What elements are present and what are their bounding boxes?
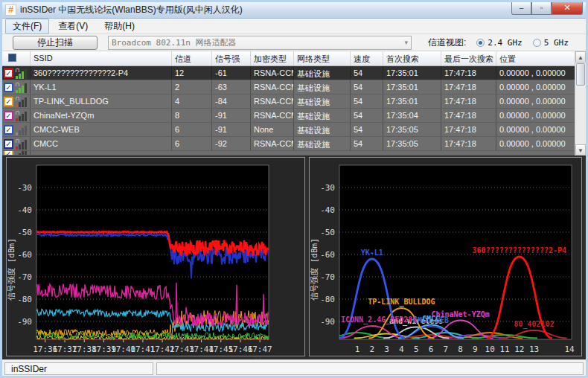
channel-view-label: 信道视图: <box>428 36 466 49</box>
row-checkbox[interactable]: ✓ <box>4 151 13 155</box>
column-header-position[interactable]: 位置 <box>496 51 579 65</box>
column-header-last_seen[interactable]: 最后一次搜索 <box>441 51 496 65</box>
menu-help[interactable]: 帮助(H) <box>97 19 142 34</box>
time-graph: -30-40-50-60-70-80-90信号强度 [dBm]17:3617:3… <box>7 158 304 356</box>
header-select-all[interactable] <box>2 51 31 65</box>
cell-first_seen: 17:35:01 <box>383 80 441 94</box>
row-checkbox[interactable]: ✓ <box>4 83 13 92</box>
cell-speed: 54 <box>351 94 383 108</box>
row-checkbox[interactable]: ✓ <box>4 139 13 149</box>
table-row[interactable]: ✓YK-L12-63RSNA-CCMP基础设施5417:35:0117:47:1… <box>2 80 586 94</box>
cell-network_type: 基础设施 <box>294 137 351 150</box>
cell-first_seen: 17:35:01 <box>383 94 441 108</box>
scroll-down-icon[interactable]: ▼ <box>575 144 586 156</box>
lock-icon <box>16 83 19 86</box>
cell-network_type: 基础设施 <box>294 80 351 94</box>
app-icon: # <box>5 4 16 16</box>
cell-channel: 4 <box>172 94 212 108</box>
y-tick-label: -40 <box>320 205 335 215</box>
cell-security: RSNA-CCMP <box>251 94 294 108</box>
column-header-security[interactable]: 加密类型 <box>251 51 294 65</box>
radio-24ghz[interactable]: 2.4 GHz <box>476 38 522 48</box>
row-checkbox[interactable]: ✓ <box>4 68 13 78</box>
column-header-rssi[interactable]: 信号强 <box>212 51 251 65</box>
dome-label-80_402102: 80_402102 <box>514 320 555 329</box>
scrollbar-thumb[interactable] <box>576 63 585 86</box>
column-header-ssid[interactable]: SSID <box>31 51 172 65</box>
channel-tick-label: 13 <box>529 345 539 354</box>
row-checkbox[interactable]: ✓ <box>4 97 13 106</box>
row-checkbox[interactable]: ✓ <box>4 125 13 135</box>
channel-tick-label: 7 <box>443 345 448 354</box>
cell-first_seen: 17:35:04 <box>383 109 441 122</box>
window-title: inSSIDer 中国无线论坛(WlanBBS)专用版(风中闲人汉化) <box>20 4 511 16</box>
minimize-button[interactable]: – <box>511 2 531 15</box>
radio-5ghz-label: 5 GHz <box>544 38 569 48</box>
menu-bar: 文件(F) 查看(V) 帮助(H) <box>2 19 586 34</box>
stop-scan-button[interactable]: 停止扫描 <box>13 36 98 50</box>
select-all-icon <box>8 54 16 62</box>
toolbar: 停止扫描 Broadcom 802.11n 网络适配器 ▾ 信道视图: 2.4 … <box>2 34 586 51</box>
scroll-up-icon[interactable]: ▲ <box>575 51 586 63</box>
close-button[interactable]: ✕ <box>552 2 583 15</box>
row-checkbox[interactable]: ✓ <box>4 111 13 121</box>
y-tick-label: -50 <box>17 228 32 237</box>
table-row[interactable]: ✓ChinaNet-YZQm8-91RSNA-CCMP基础设施5417:35:0… <box>2 109 586 123</box>
cell-ssid: 360??????????????2-P4 <box>31 66 172 80</box>
column-header-network_type[interactable]: 网络类型 <box>294 51 351 65</box>
channel-tick-label: 12 <box>514 345 524 354</box>
cell-rssi: -91 <box>212 123 251 136</box>
channel-tick-label: 5 <box>414 345 419 354</box>
y-tick-label: -70 <box>17 272 32 282</box>
charts-area: ########################################… <box>2 156 586 359</box>
table-row[interactable]: ✓CMCC-WEB6-91None基础设施5417:35:0517:47:180… <box>2 123 586 137</box>
column-header-first_seen[interactable]: 首次搜索 <box>383 51 441 65</box>
adapter-combobox-value: Broadcom 802.11n 网络适配器 <box>112 37 404 48</box>
signal-strength-icon <box>16 111 28 121</box>
status-bar: inSSIDer <box>2 359 586 377</box>
signal-strength-icon <box>16 83 28 93</box>
column-header-speed[interactable]: 速度 <box>351 51 383 65</box>
table-row[interactable]: ✓CMCC6-92RSNA-CCMP基础设施5417:35:0517:47:18… <box>2 137 586 151</box>
channel-tick-label: 1 <box>355 345 360 354</box>
y-tick-label: -30 <box>320 183 335 193</box>
channel-tick-label: 8 <box>458 345 463 354</box>
cell-first_seen: 17:35:01 <box>383 66 441 80</box>
cell-ssid: CMCC-WEB <box>31 123 172 136</box>
menu-file[interactable]: 文件(F) <box>5 19 49 34</box>
table-row[interactable]: ✓360??????????????2-P412-61RSNA-CCMP基础设施… <box>2 66 586 80</box>
cell-security: RSNA-CCMP <box>251 66 294 80</box>
cell-network_type: 基础设施 <box>294 66 351 80</box>
y-axis-label: 信号强度 [dBm] <box>7 238 16 301</box>
network-table: SSID信道信号强加密类型网络类型速度首次搜索最后一次搜索位置 ✓360????… <box>2 51 586 156</box>
cell-position: 0.00000 , 0.00000 <box>496 66 579 80</box>
status-text: inSSIDer <box>4 362 153 375</box>
table-header: SSID信道信号强加密类型网络类型速度首次搜索最后一次搜索位置 <box>2 51 586 66</box>
cell-channel: 2 <box>172 80 212 94</box>
table-row[interactable]: ✓TP-LINK_BULLDOG4-84RSNA-CCMP基础设施5417:35… <box>2 94 586 109</box>
maximize-button[interactable]: ▫ <box>531 2 552 15</box>
cell-last_seen: 17:47:18 <box>441 123 496 136</box>
channel-tick-label: 10 <box>485 345 495 354</box>
cell-last_seen: 17:47:18 <box>441 137 496 150</box>
column-header-channel[interactable]: 信道 <box>172 51 212 65</box>
menu-view[interactable]: 查看(V) <box>51 19 95 34</box>
y-axis-label: 信号强度 [dBm] <box>310 238 319 301</box>
cell-security: None <box>251 123 294 136</box>
lock-icon <box>16 68 19 72</box>
inssider-window: # inSSIDer 中国无线论坛(WlanBBS)专用版(风中闲人汉化) – … <box>0 0 588 378</box>
channel-tick-label: 11 <box>499 345 509 354</box>
lock-icon <box>16 97 19 100</box>
dome-label-ICONN_2.4G_BFD286: ICONN_2.4G_BFD286 <box>341 315 417 324</box>
channel-tick-label: 14 <box>564 345 575 354</box>
radio-5ghz[interactable]: 5 GHz <box>533 38 569 48</box>
adapter-combobox[interactable]: Broadcom 802.11n 网络适配器 ▾ <box>108 36 412 50</box>
cell-network_type: 基础设施 <box>294 109 351 122</box>
cell-channel: 6 <box>172 123 212 136</box>
signal-strength-icon <box>16 68 28 79</box>
y-tick-label: -90 <box>320 317 335 327</box>
cell-ssid: YK-L1 <box>31 80 172 94</box>
table-scrollbar[interactable]: ▲ ▼ <box>575 51 586 156</box>
signal-strength-icon <box>16 97 28 107</box>
y-tick-label: -70 <box>320 272 335 282</box>
